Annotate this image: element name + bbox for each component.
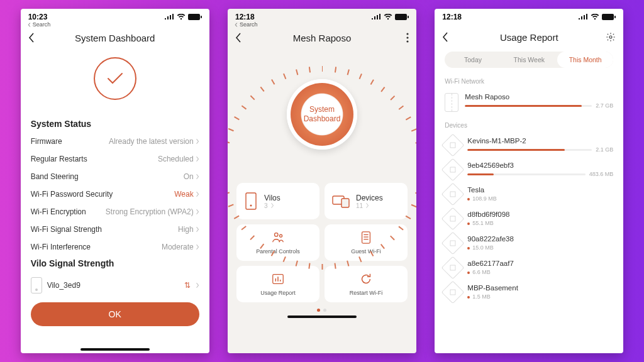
router-icon xyxy=(445,93,458,112)
vilo-device-name: Vilo_3ed9 xyxy=(47,281,179,290)
device-usage-row[interactable]: 90a8222afe38 15.0 MB xyxy=(445,232,613,256)
device-name: d8fbd6f9f098 xyxy=(467,211,613,218)
ok-button[interactable]: OK xyxy=(31,302,199,326)
back-button[interactable] xyxy=(28,33,35,45)
svg-rect-24 xyxy=(450,216,455,221)
status-value: Already the latest version xyxy=(109,137,199,146)
device-usage-row[interactable]: 9eb42569ebf3 483.6 MB xyxy=(445,158,613,183)
group-network-label: Wi-Fi Network xyxy=(445,78,613,85)
status-row[interactable]: Wi-Fi Interference Moderate xyxy=(31,238,199,256)
back-button[interactable] xyxy=(235,33,242,45)
card-parental-controls[interactable]: Parental Controls xyxy=(236,224,319,261)
more-vertical-icon xyxy=(406,33,409,43)
status-bar: 10:23 xyxy=(21,9,209,21)
group-devices-label: Devices xyxy=(445,122,613,129)
device-usage-row[interactable]: Kevins-M1-MBP-2 2.1 GB xyxy=(445,134,613,158)
status-time: 12:18 xyxy=(235,13,255,21)
status-row[interactable]: Regular Restarts Scheduled xyxy=(31,150,199,168)
breadcrumb-label: Search xyxy=(33,21,51,28)
card-devices[interactable]: Devices 11 xyxy=(325,183,408,219)
card-guest-wifi[interactable]: Guest Wi-Fi xyxy=(325,224,408,261)
vilo-device-icon xyxy=(31,277,42,293)
status-indicators xyxy=(371,14,409,20)
page-title: Mesh Raposo xyxy=(293,33,352,43)
status-bar: 12:18 xyxy=(228,9,416,21)
chevron-right-icon xyxy=(196,226,199,233)
devices-icon xyxy=(332,194,350,208)
breadcrumb-label: Search xyxy=(240,21,258,28)
svg-rect-25 xyxy=(450,241,455,246)
vilo-signal-row[interactable]: Vilo_3ed9 ⇅ xyxy=(31,272,199,299)
status-label: Wi-Fi Encryption xyxy=(31,207,86,216)
svg-point-12 xyxy=(280,234,282,237)
battery-icon xyxy=(602,14,616,20)
tab-this-week[interactable]: This Week xyxy=(501,52,557,68)
header: System Dashboard xyxy=(21,29,209,50)
status-row[interactable]: Band Steering On xyxy=(31,168,199,185)
status-label: Firmware xyxy=(31,137,62,146)
chevron-right-icon xyxy=(270,202,274,209)
signal-icon xyxy=(371,14,381,20)
status-row[interactable]: Wi-Fi Signal Strength High xyxy=(31,221,199,238)
settings-button[interactable] xyxy=(606,32,616,44)
device-usage-value: 2.1 GB xyxy=(596,146,613,153)
battery-icon xyxy=(395,14,409,20)
device-icon xyxy=(441,232,465,255)
card-label: Parental Controls xyxy=(256,248,300,255)
chevron-right-icon xyxy=(196,173,199,180)
card-subtitle: 3 xyxy=(264,202,280,209)
page-title: Usage Report xyxy=(500,32,558,43)
card-usage-report[interactable]: Usage Report xyxy=(236,266,319,302)
device-usage-row[interactable]: Tesla 108.9 MB xyxy=(445,183,613,207)
device-usage-value: 6.6 MB xyxy=(467,269,613,275)
status-value: On xyxy=(184,172,199,181)
device-usage-value: 483.6 MB xyxy=(589,171,614,177)
device-icon xyxy=(441,183,465,206)
status-time: 10:23 xyxy=(28,13,48,21)
breadcrumb[interactable]: Search xyxy=(228,21,416,29)
device-usage-row[interactable]: MBP-Basement 1.5 MB xyxy=(445,281,613,305)
home-indicator[interactable] xyxy=(80,348,150,351)
svg-point-4 xyxy=(406,33,408,35)
status-value: High xyxy=(178,225,199,234)
signal-icon xyxy=(164,14,174,20)
chevron-right-icon xyxy=(196,156,199,162)
screen-usage-report: 12:18 Usage Report TodayThis WeekThis Mo… xyxy=(435,9,623,353)
restart-icon xyxy=(359,272,373,286)
tab-today[interactable]: Today xyxy=(445,52,501,68)
status-row[interactable]: Firmware Already the latest version xyxy=(31,133,199,150)
device-usage-value: 55.1 MB xyxy=(467,220,613,226)
svg-point-20 xyxy=(609,36,612,38)
chevron-left-icon xyxy=(28,33,35,43)
header: Usage Report xyxy=(435,28,623,49)
status-ok-indicator xyxy=(31,50,199,115)
svg-point-6 xyxy=(406,40,408,42)
device-icon xyxy=(441,134,465,157)
svg-rect-18 xyxy=(602,14,614,20)
svg-rect-26 xyxy=(450,265,455,270)
battery-icon xyxy=(188,14,202,20)
status-indicators xyxy=(578,14,616,20)
status-label: Wi-Fi Interference xyxy=(31,243,91,251)
status-label: Wi-Fi Signal Strength xyxy=(31,225,102,234)
breadcrumb[interactable]: Search xyxy=(21,21,209,29)
card-vilos[interactable]: Vilos 3 xyxy=(236,183,319,219)
screen-mesh-home: 12:18 Search Mesh Raposo SystemDashbo xyxy=(228,9,416,353)
header: Mesh Raposo xyxy=(228,29,416,50)
network-usage-row[interactable]: Mesh Raposo 2.7 GB xyxy=(445,90,613,117)
svg-rect-2 xyxy=(395,14,407,20)
device-usage-value: 108.9 MB xyxy=(467,195,613,202)
card-restart-wifi[interactable]: Restart Wi-Fi xyxy=(325,266,408,302)
status-row[interactable]: Wi-Fi Encryption Strong Encryption (WPA2… xyxy=(31,203,199,221)
status-row[interactable]: Wi-Fi Password Security Weak xyxy=(31,185,199,203)
dial-label: SystemDashboard xyxy=(304,105,341,124)
system-dashboard-dial[interactable]: SystemDashboard xyxy=(269,61,375,168)
more-menu-button[interactable] xyxy=(406,33,409,45)
home-indicator[interactable] xyxy=(287,315,357,318)
device-usage-row[interactable]: a8e62177aaf7 6.6 MB xyxy=(445,256,613,281)
device-usage-row[interactable]: d8fbd6f9f098 55.1 MB xyxy=(445,207,613,232)
back-button[interactable] xyxy=(442,32,448,44)
device-icon xyxy=(441,207,465,231)
tab-this-month[interactable]: This Month xyxy=(557,52,613,68)
wifi-icon xyxy=(177,14,186,20)
